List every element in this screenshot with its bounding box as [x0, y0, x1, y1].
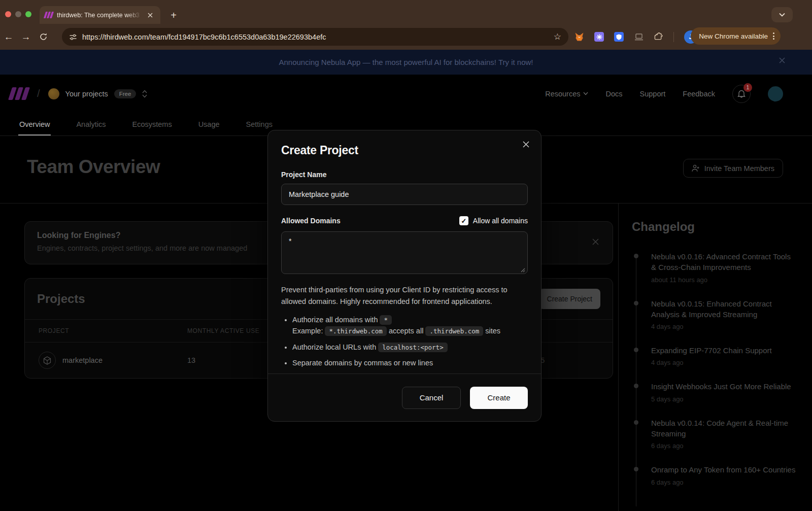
- tab-close-icon[interactable]: [146, 11, 154, 19]
- nav-support[interactable]: Support: [640, 90, 666, 98]
- cancel-button[interactable]: Cancel: [402, 387, 461, 409]
- banner-close-icon[interactable]: [779, 57, 786, 64]
- wildcard-chip: *: [380, 315, 392, 325]
- changelog-entry-title[interactable]: Nebula v0.0.16: Advanced Contract Tools …: [651, 251, 796, 273]
- close-window-button[interactable]: [5, 11, 11, 17]
- changelog-entry[interactable]: Insight Webhooks Just Got More Reliable …: [632, 381, 797, 402]
- changelog-title: Changelog: [632, 220, 797, 234]
- subdomain-chip: .thirdweb.com: [425, 326, 483, 336]
- changelog-entry-title[interactable]: Nebula v0.0.14: Code Agent & Real-time S…: [651, 418, 796, 439]
- changelog-entry[interactable]: Nebula v0.0.16: Advanced Contract Tools …: [632, 251, 797, 284]
- extension-icons: J: [574, 28, 697, 46]
- modal-title: Create Project: [281, 144, 528, 157]
- team-avatar[interactable]: [48, 88, 59, 99]
- changelog-entry[interactable]: Expanding EIP-7702 Chain Support 4 days …: [632, 345, 797, 366]
- project-name-label: Project Name: [281, 171, 528, 179]
- project-name-input[interactable]: [281, 184, 528, 205]
- allow-all-domains-label: Allow all domains: [473, 217, 528, 225]
- timeline-dot: [634, 384, 638, 388]
- notifications-button[interactable]: 1: [732, 85, 751, 103]
- back-icon[interactable]: ←: [0, 31, 17, 43]
- timeline-dot: [634, 420, 638, 425]
- tab-analytics[interactable]: Analytics: [75, 120, 107, 135]
- allowed-domains-label: Allowed Domains: [281, 217, 341, 225]
- toolbar-divider: [673, 32, 674, 42]
- metamask-icon[interactable]: [574, 32, 584, 42]
- hint-localhost: Authorize local URLs with localhost:<por…: [292, 342, 528, 353]
- allow-all-domains-toggle[interactable]: ✓ Allow all domains: [459, 216, 528, 225]
- allowed-domains-textarea[interactable]: *: [281, 231, 528, 274]
- hint-authorize-all-text: Authorize all domains with: [292, 316, 378, 324]
- nav-feedback[interactable]: Feedback: [683, 90, 715, 98]
- changelog-entry-title[interactable]: Nebula v0.0.15: Enhanced Contract Analys…: [651, 298, 796, 320]
- create-project-button-background[interactable]: Create Project: [539, 289, 600, 309]
- user-avatar[interactable]: [768, 86, 783, 101]
- zoom-window-button[interactable]: [25, 11, 31, 17]
- create-button[interactable]: Create: [470, 387, 528, 409]
- traffic-lights: [5, 11, 31, 17]
- chrome-menu-icon[interactable]: [773, 32, 774, 40]
- thirdweb-logo[interactable]: [10, 87, 28, 100]
- tab-overview[interactable]: Overview: [18, 120, 51, 135]
- changelog-entry-title[interactable]: Expanding EIP-7702 Chain Support: [651, 345, 796, 356]
- changelog-entry-time: 4 days ago: [651, 323, 797, 330]
- engines-banner-close-icon[interactable]: [592, 238, 599, 246]
- create-project-modal: Create Project Project Name Allowed Doma…: [267, 130, 542, 422]
- url-bar[interactable]: https://thirdweb.com/team/fcd194917bc9c6…: [62, 28, 568, 46]
- tab-title: thirdweb: The complete web3: [57, 12, 142, 19]
- timeline-dot: [634, 254, 638, 258]
- changelog-entry[interactable]: Nebula v0.0.14: Code Agent & Real-time S…: [632, 418, 797, 450]
- domains-hint-list: Authorize all domains with * Example: *.…: [292, 314, 528, 369]
- tab-ecosystems[interactable]: Ecosystems: [131, 120, 173, 135]
- wildcard-domain-chip: *.thirdweb.com: [325, 326, 386, 336]
- changelog-entry-time: 4 days ago: [651, 359, 797, 366]
- checkbox-checked-icon[interactable]: ✓: [459, 216, 468, 225]
- nav-resources[interactable]: Resources: [545, 90, 588, 98]
- team-name[interactable]: Your projects: [65, 90, 108, 98]
- project-created: 025: [532, 356, 599, 364]
- browser-toolbar: ← → https://thirdweb.com/team/fcd194917b…: [0, 24, 812, 50]
- changelog-entry[interactable]: Onramp to Any Token from 160+ Countries …: [632, 464, 797, 486]
- changelog-entry-title[interactable]: Onramp to Any Token from 160+ Countries: [651, 464, 796, 475]
- timeline-dot: [634, 467, 638, 471]
- team-switcher-icon[interactable]: [142, 90, 147, 98]
- changelog-entry[interactable]: Nebula v0.0.15: Enhanced Contract Analys…: [632, 298, 797, 331]
- browser-tab[interactable]: thirdweb: The complete web3: [40, 6, 160, 24]
- nav-resources-label: Resources: [545, 90, 580, 98]
- nav-docs[interactable]: Docs: [605, 90, 622, 98]
- modal-close-icon[interactable]: [522, 141, 530, 148]
- timeline-dot: [634, 301, 638, 305]
- thirdweb-favicon: [45, 12, 53, 18]
- chrome-update-button[interactable]: New Chrome available: [691, 27, 781, 45]
- forward-icon[interactable]: →: [17, 31, 35, 43]
- page-title: Team Overview: [27, 156, 160, 178]
- projects-title: Projects: [37, 292, 85, 306]
- shield-extension-icon[interactable]: [614, 32, 624, 42]
- snowflake-extension-icon[interactable]: [594, 32, 604, 42]
- chrome-update-label: New Chrome available: [699, 32, 768, 40]
- invite-button-label: Invite Team Members: [704, 164, 774, 173]
- modal-footer: Cancel Create: [268, 373, 541, 421]
- new-tab-button[interactable]: +: [167, 9, 180, 21]
- changelog-entry-time: 6 days ago: [651, 442, 797, 450]
- invite-team-members-button[interactable]: Invite Team Members: [683, 159, 783, 178]
- changelog-entry-time: about 11 hours ago: [651, 276, 797, 284]
- minimize-window-button[interactable]: [15, 11, 21, 17]
- site-settings-icon[interactable]: [69, 33, 77, 41]
- extensions-puzzle-icon[interactable]: [654, 32, 663, 42]
- dashboard-header: / Your projects Free Resources Docs Supp…: [0, 75, 812, 113]
- url-text[interactable]: https://thirdweb.com/team/fcd194917bc9c6…: [82, 33, 550, 41]
- laptop-extension-icon[interactable]: [634, 32, 644, 42]
- announcement-text[interactable]: Announcing Nebula App — the most powerfu…: [279, 58, 533, 66]
- example-mid-text: accepts all: [389, 327, 424, 335]
- changelog-list: Nebula v0.0.16: Advanced Contract Tools …: [632, 251, 797, 486]
- hint-authorize-all: Authorize all domains with * Example: *.…: [292, 314, 528, 337]
- browser-chrome: thirdweb: The complete web3 + ← → https:…: [0, 0, 812, 50]
- resize-grip-icon[interactable]: [521, 268, 525, 272]
- tab-search-button[interactable]: [771, 7, 793, 22]
- tab-usage[interactable]: Usage: [197, 120, 221, 135]
- localhost-chip: localhost:<port>: [378, 343, 447, 352]
- bookmark-star-icon[interactable]: ☆: [554, 31, 561, 42]
- reload-icon[interactable]: [35, 32, 52, 41]
- changelog-entry-title[interactable]: Insight Webhooks Just Got More Reliable: [651, 381, 796, 392]
